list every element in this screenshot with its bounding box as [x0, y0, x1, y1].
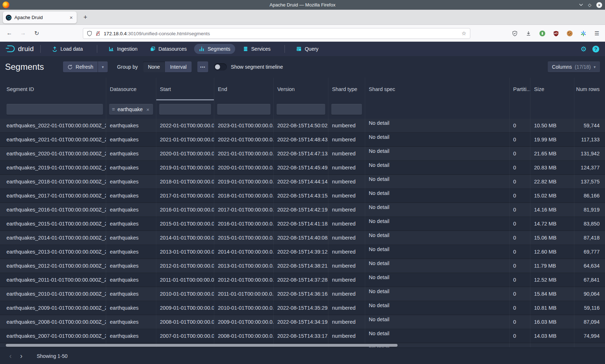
column-header-num-rows[interactable]: Num rows [574, 78, 605, 100]
table-row[interactable]: earthquakes_2017-01-01T00:00:00.000Z_2..… [0, 189, 605, 203]
cookie-icon[interactable] [566, 31, 573, 37]
column-header-partiti-[interactable]: Partiti... [510, 78, 530, 100]
segment-id-filter-input[interactable] [6, 104, 103, 115]
new-tab-button[interactable]: + [81, 13, 90, 22]
tracking-shield-icon[interactable] [87, 31, 92, 36]
refresh-caret-button[interactable]: ▾ [98, 62, 108, 72]
page-title: Segments [5, 62, 44, 72]
cell-version: 2022-08-15T14:40:08.4... [274, 231, 328, 245]
table-row[interactable]: earthquakes_2021-01-01T00:00:00.000Z_2..… [0, 133, 605, 147]
columns-button[interactable]: Columns (17/18) ▾ [548, 62, 600, 72]
settings-gear-icon[interactable]: ⚙ [581, 46, 587, 53]
segment-timeline-toggle[interactable] [214, 63, 227, 70]
tab-close-icon[interactable]: × [68, 14, 74, 21]
shard-type-filter-input[interactable] [331, 104, 362, 115]
cell-start: 2010-01-01T00:00:00.0... [156, 287, 214, 301]
table-row[interactable]: earthquakes_2019-01-01T00:00:00.000Z_2..… [0, 161, 605, 175]
ublock-icon[interactable]: uO [553, 31, 559, 37]
cell-id: earthquakes_2012-01-01T00:00:00.000Z_2..… [0, 259, 106, 273]
table-row[interactable]: earthquakes_2015-01-01T00:00:00.000Z_2..… [0, 217, 605, 231]
previous-page-icon[interactable]: ‹ [5, 352, 16, 360]
end-filter-input[interactable] [217, 104, 270, 115]
table-filter-row: = earthquake × [0, 100, 605, 119]
cell-start: 2008-01-01T00:00:00.0... [156, 315, 214, 329]
forward-icon[interactable]: → [18, 28, 28, 38]
nav-item-datasources[interactable]: Datasources [145, 44, 192, 54]
table-row[interactable]: earthquakes_2009-01-01T00:00:00.000Z_2..… [0, 301, 605, 315]
help-icon[interactable]: ? [592, 46, 599, 53]
refresh-button[interactable]: Refresh [63, 62, 98, 72]
table-row[interactable]: earthquakes_2007-01-01T00:00:00.000Z_2..… [0, 329, 605, 343]
reload-icon[interactable]: ↻ [32, 28, 42, 38]
maximize-icon[interactable]: ◇ [588, 3, 591, 7]
table-row[interactable]: earthquakes_2011-01-01T00:00:00.000Z_2..… [0, 273, 605, 287]
more-options-button[interactable]: ••• [197, 62, 208, 72]
column-header-shard-type[interactable]: Shard type [328, 78, 365, 100]
nav-item-segments[interactable]: Segments [194, 44, 235, 54]
back-icon[interactable]: ← [4, 28, 14, 38]
browser-tab[interactable]: Apache Druid × [3, 12, 77, 23]
table-row[interactable]: earthquakes_2008-01-01T00:00:00.000Z_2..… [0, 315, 605, 329]
cell-shard-type: numbered [328, 175, 365, 189]
cell-start: 2016-01-01T00:00:00.0... [156, 203, 214, 217]
cell-datasource: earthquakes [106, 175, 156, 189]
cell-version: 2022-08-15T14:44:14.1... [274, 175, 328, 189]
insecure-lock-icon[interactable] [95, 31, 100, 36]
nav-item-services[interactable]: Services [238, 44, 275, 54]
datasource-filter-input[interactable]: = earthquake × [109, 104, 153, 115]
cell-partition [510, 343, 530, 347]
table-row[interactable]: earthquakes_2016-01-01T00:00:00.000Z_2..… [0, 203, 605, 217]
nav-item-load-data[interactable]: Load data [47, 44, 88, 54]
table-row[interactable]: earthquakes_2010-01-01T00:00:00.000Z_2..… [0, 287, 605, 301]
table-row[interactable]: earthquakes_2012-01-01T00:00:00.000Z_2..… [0, 259, 605, 273]
column-header-end[interactable]: End [214, 78, 274, 100]
version-filter-input[interactable] [277, 104, 325, 115]
cell-end: 2010-01-01T00:00:00.0... [214, 301, 274, 315]
column-header-shard-spec[interactable]: Shard spec [365, 78, 510, 100]
group-by-none-button[interactable]: None [143, 62, 165, 72]
next-page-icon[interactable]: › [16, 352, 27, 360]
cell-num-rows: 117,133 [574, 133, 605, 147]
horizontal-scrollbar[interactable] [6, 344, 398, 347]
cell-num-rows: 59,744 [574, 119, 605, 133]
segments-icon [199, 46, 205, 52]
cell-start: 2014-01-01T00:00:00.0... [156, 231, 214, 245]
table-row[interactable]: earthquakes_2013-01-01T00:00:00.000Z_2..… [0, 245, 605, 259]
group-by-label: Group by [117, 64, 138, 70]
druid-navbar: druid Load data Ingestion Datasources [0, 42, 605, 56]
group-by-interval-button[interactable]: Interval [165, 62, 192, 72]
druid-favicon [6, 15, 12, 21]
extension-green-icon[interactable] [539, 31, 545, 37]
table-row[interactable]: earthquakes_2018-01-01T00:00:00.000Z_2..… [0, 175, 605, 189]
cell-start: 2017-01-01T00:00:00.0... [156, 189, 214, 203]
load-data-icon [52, 46, 58, 52]
cell-partition: 0 [510, 217, 530, 231]
consent-asterisk-icon[interactable] [580, 31, 586, 37]
menu-hamburger-icon[interactable]: ☰ [594, 31, 600, 37]
table-row[interactable]: earthquakes_2022-01-01T00:00:00.000Z_2..… [0, 119, 605, 133]
downloads-icon[interactable] [525, 31, 532, 37]
protections-shield-icon[interactable] [512, 31, 518, 37]
cell-end: 2013-01-01T00:00:00.0... [214, 259, 274, 273]
url-bar[interactable]: 172.18.0.4:30109/unified-console.html#se… [83, 28, 470, 39]
column-header-size[interactable]: Size [530, 78, 574, 100]
cell-num-rows: 74,994 [574, 329, 605, 343]
cell-id: earthquakes_2022-01-01T00:00:00.000Z_2..… [0, 119, 106, 133]
firefox-icon [3, 1, 9, 8]
column-header-version[interactable]: Version [274, 78, 328, 100]
column-header-datasource[interactable]: Datasource [106, 78, 156, 100]
column-header-segment-id[interactable]: Segment ID [0, 78, 106, 100]
remove-filter-icon[interactable]: × [146, 106, 149, 113]
cell-datasource: earthquakes [106, 329, 156, 343]
druid-logo[interactable]: druid [5, 44, 34, 54]
column-header-start[interactable]: Start [156, 78, 214, 100]
table-row[interactable]: earthquakes_2014-01-01T00:00:00.000Z_2..… [0, 231, 605, 245]
close-window-icon[interactable]: × [596, 2, 602, 8]
cell-version: 2022-08-15T14:39:12.5... [274, 245, 328, 259]
minimize-icon[interactable] [579, 4, 583, 6]
table-row[interactable]: earthquakes_2020-01-01T00:00:00.000Z_2..… [0, 147, 605, 161]
start-filter-input[interactable] [159, 104, 211, 115]
bookmark-star-icon[interactable]: ☆ [462, 30, 466, 37]
nav-item-query[interactable]: Query [291, 44, 323, 54]
nav-item-ingestion[interactable]: Ingestion [104, 44, 142, 54]
